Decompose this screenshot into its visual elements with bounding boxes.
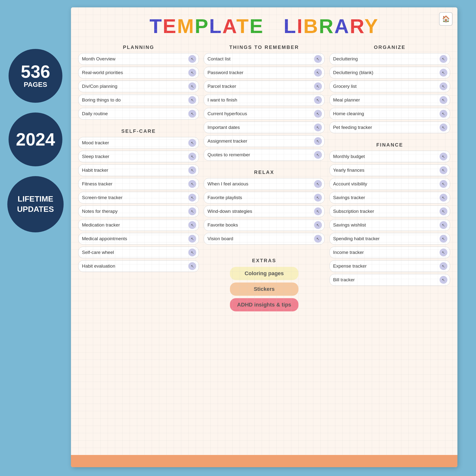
list-item[interactable]: Important dates ↖ [204, 121, 324, 133]
organize-header: ORGANIZE [329, 45, 450, 50]
cursor-icon: ↖ [440, 110, 447, 118]
list-item[interactable]: Medication tracker ↖ [78, 219, 199, 231]
cursor-icon: ↖ [440, 194, 447, 202]
year-badge: 2024 [9, 113, 62, 166]
list-item[interactable]: Bill tracker ↖ [329, 274, 450, 286]
pages-label: PAGES [24, 81, 47, 89]
page-container: 536 PAGES 2024 LIFETIMEUPDATES 🏠 TEMPLAT… [0, 0, 476, 476]
cursor-icon: ↖ [440, 180, 447, 188]
list-item[interactable]: Parcel tracker ↖ [204, 81, 324, 92]
list-item[interactable]: Yearly finances ↖ [329, 164, 450, 176]
cursor-icon: ↖ [314, 69, 322, 77]
cursor-icon: ↖ [188, 221, 196, 229]
cursor-icon: ↖ [440, 262, 447, 270]
cursor-icon: ↖ [188, 55, 196, 63]
cursor-icon: ↖ [314, 83, 322, 90]
cursor-icon: ↖ [440, 207, 447, 215]
cursor-icon: ↖ [314, 123, 322, 131]
list-item[interactable]: Habit tracker ↖ [78, 164, 199, 176]
extras-section: EXTRAS Coloring pages Stickers ADHD insi… [204, 258, 324, 314]
cursor-icon: ↖ [188, 139, 196, 147]
stickers-button[interactable]: Stickers [230, 283, 298, 296]
list-item[interactable]: Month Overview ↖ [78, 53, 199, 65]
cursor-icon: ↖ [188, 180, 196, 188]
list-item[interactable]: Savings wishlist ↖ [329, 219, 450, 231]
left-badges: 536 PAGES 2024 LIFETIMEUPDATES [7, 49, 64, 232]
cursor-icon: ↖ [188, 96, 196, 104]
self-care-header: SELF-CARE [78, 128, 199, 134]
list-item[interactable]: Income tracker ↖ [329, 247, 450, 258]
list-item[interactable]: Subscription tracker ↖ [329, 205, 450, 217]
cursor-icon: ↖ [188, 69, 196, 77]
list-item[interactable]: Mood tracker ↖ [78, 137, 199, 149]
cursor-icon: ↖ [440, 276, 447, 284]
home-button[interactable]: 🏠 [439, 12, 453, 26]
updates-label: LIFETIMEUPDATES [17, 194, 54, 214]
cursor-icon: ↖ [314, 96, 322, 104]
list-item[interactable]: Expense tracker ↖ [329, 260, 450, 272]
list-item[interactable]: Savings tracker ↖ [329, 192, 450, 204]
column-left: PLANNING Month Overview ↖ Real-world pri… [78, 43, 199, 314]
list-item[interactable]: Monthly budget ↖ [329, 151, 450, 162]
cursor-icon: ↖ [440, 69, 447, 77]
list-item[interactable]: Account visibility ↖ [329, 178, 450, 190]
cursor-icon: ↖ [188, 207, 196, 215]
list-item[interactable]: Grocery list ↖ [329, 81, 450, 92]
cursor-icon: ↖ [314, 110, 322, 118]
column-middle: THINGS TO REMEMBER Contact list ↖ Passwo… [204, 43, 324, 314]
list-item[interactable]: Self-care wheel ↖ [78, 247, 199, 258]
bottom-bar [71, 455, 458, 467]
cursor-icon: ↖ [440, 83, 447, 90]
cursor-icon: ↖ [440, 249, 447, 256]
pages-badge: 536 PAGES [9, 49, 62, 103]
list-item[interactable]: Habit evaluation ↖ [78, 260, 199, 272]
main-columns: PLANNING Month Overview ↖ Real-world pri… [71, 40, 458, 316]
cursor-icon: ↖ [314, 55, 322, 63]
cursor-icon: ↖ [188, 110, 196, 118]
cursor-icon: ↖ [188, 262, 196, 270]
finance-header: FINANCE [329, 142, 450, 148]
list-item[interactable]: Daily routine ↖ [78, 108, 199, 119]
cursor-icon: ↖ [440, 221, 447, 229]
year-number: 2024 [16, 131, 55, 148]
page-title: TEMPLATE LIBRARY [71, 7, 458, 40]
list-item[interactable]: When I feel anxious ↖ [204, 178, 324, 190]
list-item[interactable]: Screen-time tracker ↖ [78, 192, 199, 204]
list-item[interactable]: Notes for therapy ↖ [78, 205, 199, 217]
list-item[interactable]: Pet feeding tracker ↖ [329, 121, 450, 133]
list-item[interactable]: Medical appointments ↖ [78, 233, 199, 245]
list-item[interactable]: Quotes to remember ↖ [204, 149, 324, 161]
list-item[interactable]: Favorite playlists ↖ [204, 192, 324, 204]
document: 🏠 TEMPLATE LIBRARY PLANNING Month Overvi… [71, 7, 458, 467]
list-item[interactable]: Div/Con planning ↖ [78, 81, 199, 92]
list-item[interactable]: Favorite books ↖ [204, 219, 324, 231]
adhd-button[interactable]: ADHD insights & tips [230, 298, 298, 311]
list-item[interactable]: Password tracker ↖ [204, 67, 324, 79]
things-header: THINGS TO REMEMBER [204, 45, 324, 50]
list-item[interactable]: Vision board ↖ [204, 233, 324, 245]
list-item[interactable]: Decluttering ↖ [329, 53, 450, 65]
cursor-icon: ↖ [440, 55, 447, 63]
list-item[interactable]: Fitness tracker ↖ [78, 178, 199, 190]
list-item[interactable]: Current hyperfocus ↖ [204, 108, 324, 119]
list-item[interactable]: Decluttering (blank) ↖ [329, 67, 450, 79]
list-item[interactable]: Home cleaning ↖ [329, 108, 450, 119]
cursor-icon: ↖ [314, 180, 322, 188]
list-item[interactable]: Real-world priorities ↖ [78, 67, 199, 79]
cursor-icon: ↖ [314, 235, 322, 243]
cursor-icon: ↖ [188, 166, 196, 174]
list-item[interactable]: Wind-down strategies ↖ [204, 205, 324, 217]
coloring-pages-button[interactable]: Coloring pages [230, 267, 298, 280]
list-item[interactable]: Meal planner ↖ [329, 94, 450, 106]
list-item[interactable]: Assignment tracker ↖ [204, 135, 324, 147]
list-item[interactable]: Spending habit tracker ↖ [329, 233, 450, 245]
list-item[interactable]: Contact list ↖ [204, 53, 324, 65]
list-item[interactable]: Sleep tracker ↖ [78, 151, 199, 162]
cursor-icon: ↖ [314, 207, 322, 215]
list-item[interactable]: I want to finish ↖ [204, 94, 324, 106]
planning-header: PLANNING [78, 45, 199, 50]
list-item[interactable]: Boring things to do ↖ [78, 94, 199, 106]
pages-number: 536 [21, 63, 50, 81]
cursor-icon: ↖ [440, 96, 447, 104]
cursor-icon: ↖ [188, 249, 196, 256]
